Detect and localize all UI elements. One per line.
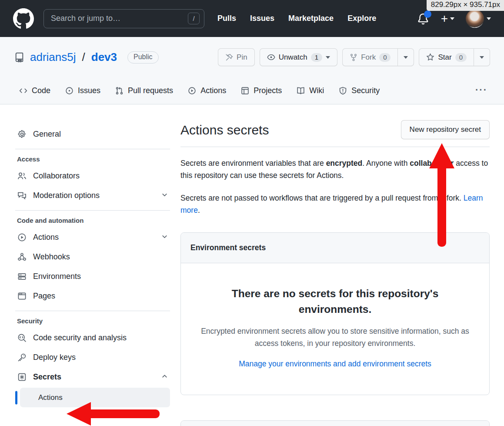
- sidebar-item-collaborators[interactable]: Collaborators: [15, 166, 170, 186]
- visibility-badge: Public: [127, 51, 159, 64]
- code-icon: [19, 87, 27, 95]
- top-navigation: Pulls Issues Marketplace Explore: [217, 14, 376, 23]
- star-count: 0: [455, 53, 467, 62]
- chevron-down-icon: [326, 56, 330, 59]
- star-dropdown-button[interactable]: [474, 48, 490, 66]
- webhook-icon: [17, 252, 27, 262]
- main-content: Actions secrets New repository secret Se…: [180, 120, 490, 426]
- sidebar-item-code-security[interactable]: Code security and analysis: [15, 328, 170, 348]
- active-nav-indicator: [15, 391, 17, 404]
- asterisk-box-icon: [17, 372, 27, 382]
- repo-separator: /: [82, 50, 85, 64]
- nav-marketplace[interactable]: Marketplace: [288, 14, 334, 23]
- nav-pulls[interactable]: Pulls: [217, 14, 236, 23]
- chevron-down-icon: [161, 191, 168, 201]
- section-header-access: Access: [15, 155, 170, 163]
- unwatch-button[interactable]: Unwatch 1: [260, 48, 337, 66]
- header-actions: +: [417, 10, 491, 28]
- sidebar-item-deploy-keys[interactable]: Deploy keys: [15, 348, 170, 367]
- tabs-overflow-button[interactable]: ···: [473, 84, 490, 102]
- plus-icon: +: [441, 13, 448, 25]
- repo-owner-link[interactable]: adrians5j: [30, 50, 76, 64]
- search-input[interactable]: [51, 14, 188, 23]
- fork-note: Secrets are not passed to workflows that…: [180, 192, 490, 217]
- repository-secrets-panel-partial: [180, 420, 490, 426]
- settings-sidebar: General Access Collaborators Moderation …: [15, 124, 170, 407]
- divider: [15, 311, 170, 311]
- create-new-menu[interactable]: +: [441, 13, 454, 25]
- repo-name-link[interactable]: dev3: [91, 50, 117, 64]
- pin-button[interactable]: Pin: [218, 48, 255, 66]
- tab-security[interactable]: Security: [334, 82, 384, 104]
- divider: [180, 147, 490, 147]
- fork-icon: [350, 54, 357, 61]
- sidebar-item-moderation-options[interactable]: Moderation options: [15, 186, 170, 205]
- avatar: [466, 10, 484, 28]
- tab-code[interactable]: Code: [15, 82, 55, 104]
- pin-icon: [225, 54, 233, 61]
- tab-projects[interactable]: Projects: [237, 82, 286, 104]
- divider: [15, 210, 170, 211]
- sidebar-item-general[interactable]: General: [15, 124, 170, 144]
- comment-discussion-icon: [17, 191, 27, 200]
- global-search[interactable]: /: [43, 9, 204, 28]
- fork-button[interactable]: Fork 0: [342, 48, 398, 66]
- chevron-down-icon: [487, 17, 491, 20]
- manage-environments-link[interactable]: Manage your environments and add environ…: [239, 359, 431, 369]
- fork-dropdown-button[interactable]: [398, 48, 414, 66]
- sidebar-item-environments[interactable]: Environments: [15, 267, 170, 286]
- section-header-code-and-automation: Code and automation: [15, 217, 170, 224]
- issue-icon: [65, 87, 73, 95]
- nav-issues[interactable]: Issues: [250, 14, 274, 23]
- star-button[interactable]: Star 0: [419, 48, 474, 66]
- sidebar-subitem-secrets-actions[interactable]: Actions: [20, 388, 170, 407]
- star-icon: [426, 53, 434, 61]
- play-circle-icon: [17, 233, 27, 242]
- empty-state-title: There are no secrets for this repository…: [198, 286, 472, 317]
- sidebar-item-pages[interactable]: Pages: [15, 286, 170, 306]
- tab-pull-requests[interactable]: Pull requests: [111, 82, 177, 104]
- tab-issues[interactable]: Issues: [61, 82, 105, 104]
- chevron-up-icon: [161, 372, 168, 382]
- chevron-down-icon: [404, 56, 408, 59]
- key-icon: [17, 353, 27, 362]
- sidebar-item-webhooks[interactable]: Webhooks: [15, 247, 170, 267]
- repo-action-buttons: Pin Unwatch 1 Fork 0: [218, 48, 490, 66]
- project-icon: [241, 87, 249, 95]
- chevron-down-icon: [161, 233, 168, 242]
- fork-split-button: Fork 0: [342, 48, 414, 66]
- people-icon: [17, 171, 27, 181]
- environment-secrets-header: Environment secrets: [181, 233, 489, 263]
- environment-secrets-panel: Environment secrets There are no secrets…: [180, 232, 490, 395]
- chevron-down-icon: [450, 17, 454, 20]
- server-icon: [17, 272, 27, 281]
- divider: [15, 149, 170, 149]
- empty-state-description: Encrypted environment secrets allow you …: [198, 325, 472, 349]
- nav-explore[interactable]: Explore: [347, 14, 376, 23]
- gear-icon: [17, 130, 27, 139]
- page-title: Actions secrets: [180, 120, 269, 138]
- shield-icon: [339, 87, 347, 95]
- chevron-down-icon: [480, 56, 484, 59]
- new-repository-secret-button[interactable]: New repository secret: [401, 120, 490, 139]
- repo-title: adrians5j / dev3 Public: [14, 50, 159, 64]
- secrets-description: Secrets are environment variables that a…: [180, 157, 490, 182]
- notifications-button[interactable]: [417, 12, 430, 25]
- browser-icon: [17, 292, 27, 301]
- section-header-security: Security: [15, 317, 170, 325]
- github-logo-icon[interactable]: [13, 8, 34, 29]
- sidebar-item-secrets[interactable]: Secrets: [15, 367, 170, 387]
- code-scan-icon: [17, 333, 27, 342]
- tab-actions[interactable]: Actions: [184, 82, 230, 104]
- slash-key-hint: /: [188, 13, 200, 24]
- sidebar-item-actions[interactable]: Actions: [15, 228, 170, 247]
- environment-secrets-empty-state: There are no secrets for this repository…: [181, 263, 489, 395]
- tab-wiki[interactable]: Wiki: [292, 82, 328, 104]
- eye-icon: [267, 53, 275, 61]
- user-menu[interactable]: [466, 10, 491, 28]
- notification-dot: [424, 10, 431, 18]
- repo-icon: [14, 52, 25, 63]
- star-split-button: Star 0: [419, 48, 490, 66]
- watch-count: 1: [311, 53, 322, 62]
- fork-count: 0: [379, 53, 391, 62]
